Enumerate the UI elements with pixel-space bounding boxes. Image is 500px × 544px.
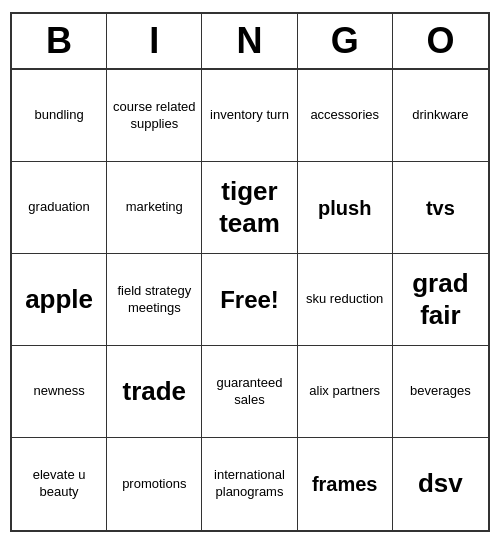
bingo-cell-21[interactable]: promotions [107, 438, 202, 530]
cell-text-14: grad fair [397, 268, 484, 330]
cell-text-20: elevate u beauty [16, 467, 102, 501]
bingo-cell-8[interactable]: plush [298, 162, 393, 254]
header-letter-i: I [107, 14, 202, 68]
header-letter-b: B [12, 14, 107, 68]
header-letter-g: G [298, 14, 393, 68]
bingo-card: BINGO bundlingcourse related suppliesinv… [10, 12, 490, 532]
cell-text-5: graduation [28, 199, 89, 216]
bingo-cell-15[interactable]: newness [12, 346, 107, 438]
bingo-cell-14[interactable]: grad fair [393, 254, 488, 346]
bingo-cell-7[interactable]: tiger team [202, 162, 297, 254]
cell-text-17: guaranteed sales [206, 375, 292, 409]
cell-text-6: marketing [126, 199, 183, 216]
cell-text-24: dsv [418, 468, 463, 499]
cell-text-8: plush [318, 195, 371, 221]
bingo-cell-2[interactable]: inventory turn [202, 70, 297, 162]
bingo-header: BINGO [12, 14, 488, 70]
header-letter-o: O [393, 14, 488, 68]
cell-text-15: newness [33, 383, 84, 400]
bingo-cell-17[interactable]: guaranteed sales [202, 346, 297, 438]
cell-text-3: accessories [310, 107, 379, 124]
bingo-cell-24[interactable]: dsv [393, 438, 488, 530]
bingo-cell-23[interactable]: frames [298, 438, 393, 530]
bingo-cell-10[interactable]: apple [12, 254, 107, 346]
bingo-grid: bundlingcourse related suppliesinventory… [12, 70, 488, 530]
cell-text-7: tiger team [206, 176, 292, 238]
cell-text-10: apple [25, 284, 93, 315]
bingo-cell-13[interactable]: sku reduction [298, 254, 393, 346]
cell-text-21: promotions [122, 476, 186, 493]
cell-text-4: drinkware [412, 107, 468, 124]
cell-text-23: frames [312, 471, 378, 497]
cell-text-16: trade [123, 376, 187, 407]
cell-text-9: tvs [426, 195, 455, 221]
cell-text-1: course related supplies [111, 99, 197, 133]
bingo-cell-0[interactable]: bundling [12, 70, 107, 162]
cell-text-11: field strategy meetings [111, 283, 197, 317]
bingo-cell-16[interactable]: trade [107, 346, 202, 438]
header-letter-n: N [202, 14, 297, 68]
bingo-cell-19[interactable]: beverages [393, 346, 488, 438]
cell-text-22: international planograms [206, 467, 292, 501]
cell-text-12: Free! [220, 284, 279, 315]
bingo-cell-5[interactable]: graduation [12, 162, 107, 254]
bingo-cell-1[interactable]: course related supplies [107, 70, 202, 162]
bingo-cell-4[interactable]: drinkware [393, 70, 488, 162]
cell-text-13: sku reduction [306, 291, 383, 308]
bingo-cell-6[interactable]: marketing [107, 162, 202, 254]
bingo-cell-20[interactable]: elevate u beauty [12, 438, 107, 530]
bingo-cell-18[interactable]: alix partners [298, 346, 393, 438]
bingo-cell-11[interactable]: field strategy meetings [107, 254, 202, 346]
bingo-cell-12[interactable]: Free! [202, 254, 297, 346]
bingo-cell-3[interactable]: accessories [298, 70, 393, 162]
bingo-cell-22[interactable]: international planograms [202, 438, 297, 530]
cell-text-0: bundling [35, 107, 84, 124]
cell-text-2: inventory turn [210, 107, 289, 124]
cell-text-19: beverages [410, 383, 471, 400]
bingo-cell-9[interactable]: tvs [393, 162, 488, 254]
cell-text-18: alix partners [309, 383, 380, 400]
